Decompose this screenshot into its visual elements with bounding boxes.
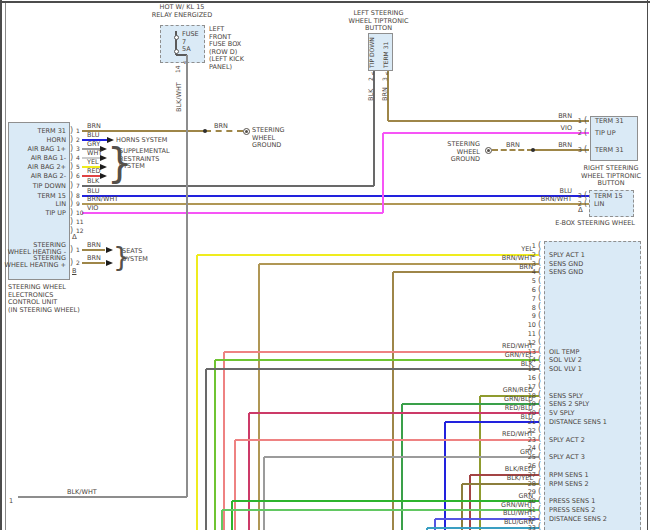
pin-bracket: ( — [538, 250, 541, 258]
wire-label: BLU/WHT — [413, 510, 533, 517]
wire-label: BRN — [452, 113, 572, 120]
pin-bracket: ( — [538, 268, 541, 276]
fuse-label-line1: FUSE — [182, 31, 199, 38]
wire — [18, 496, 187, 498]
pin-bracket: ) — [70, 136, 73, 144]
pin-number: 12 — [76, 228, 84, 234]
wire-label: BLK — [413, 361, 533, 368]
pin-bracket: ( — [584, 117, 587, 125]
left-button-title-line3: BUTTON — [338, 25, 419, 32]
connector-break-icon: ∨ — [183, 60, 187, 65]
wire-label: GRY — [87, 141, 100, 148]
junction-dot-icon — [203, 129, 207, 133]
wire-label: VIO — [452, 125, 572, 132]
pin-bracket: ( — [538, 374, 541, 382]
wire — [205, 130, 243, 132]
wire-label: RED/WHT — [413, 431, 533, 438]
wire-label: BRN — [452, 142, 572, 149]
pin-bracket: ( — [538, 488, 541, 496]
pin-bracket: ) — [70, 259, 73, 267]
terminal-label: SOL VLV 2 — [549, 357, 582, 364]
terminal-label: TERM 31 — [383, 42, 389, 68]
arrow-right-icon — [106, 260, 113, 266]
pin-number: 1 — [76, 128, 80, 134]
wire-label: BLK/RED — [413, 466, 533, 473]
pin-bracket: ) — [70, 145, 73, 153]
terminal-label: 5V SPLY — [549, 410, 574, 417]
pin-bracket: ( — [538, 312, 541, 320]
pin-bracket: ( — [538, 418, 541, 426]
fuse-location-line5: (LEFT KICK — [209, 56, 244, 63]
terminal-label: WHEEL HEATING + — [0, 262, 66, 269]
fuse-label-line3: 5A — [182, 46, 191, 53]
pin-bracket: ( — [538, 286, 541, 294]
wire-label: BLK/YEL — [413, 475, 533, 482]
terminal-label: SPLY ACT 1 — [549, 252, 585, 259]
pin-bracket: ) — [70, 246, 73, 254]
frame-right — [647, 0, 648, 530]
terminal-label: HORN — [0, 137, 66, 144]
pin-bracket: ( — [538, 523, 541, 530]
wire-label: WHT — [87, 150, 102, 157]
wire — [231, 501, 233, 530]
pin-number: 10 — [416, 322, 536, 329]
ground-left-wire-label: BRN — [214, 123, 228, 130]
pin-number: 1 — [76, 247, 80, 253]
pin-bracket: ( — [538, 514, 541, 522]
terminal-label: AIR BAG 1+ — [0, 146, 66, 153]
wire-label: BRN/WHT — [87, 196, 118, 203]
terminal-label: RPM SENS 2 — [549, 481, 589, 488]
pin-number: 6 — [416, 287, 536, 294]
frame-top — [0, 1, 650, 3]
wire-label: YEL — [413, 246, 533, 253]
pin-bracket: ( — [538, 435, 541, 443]
terminal-label: SENS 2 SPLY — [549, 401, 589, 408]
terminal-label: OIL TEMP — [549, 349, 579, 356]
pin-bracket: ( — [538, 470, 541, 478]
wire — [221, 510, 223, 530]
wire — [196, 255, 198, 530]
terminal-label: DISTANCE SENS 1 — [549, 419, 607, 426]
pin-bracket: ( — [538, 321, 541, 329]
pin-bracket: ( — [538, 259, 541, 267]
connector-mark-a: Δ — [72, 234, 77, 242]
terminal-label: TERM 15 — [0, 193, 66, 200]
wire-label: BRN — [87, 123, 101, 130]
pin-number: 3 — [382, 77, 388, 81]
pin-number: 3 — [76, 146, 80, 152]
pin-bracket: ) — [70, 209, 73, 217]
fuse-box-title-line1: HOT W/ KL 15 — [136, 4, 228, 11]
pin-bracket: ( — [584, 129, 587, 137]
pin-bracket: ( — [538, 347, 541, 355]
pin-bracket: ( — [538, 506, 541, 514]
wire — [258, 264, 260, 530]
pin-bracket: ( — [538, 356, 541, 364]
pin-number: 11 — [76, 219, 84, 225]
pin-bracket: ( — [538, 426, 541, 434]
terminal-label: SENS GND — [549, 261, 583, 268]
pin-bracket: ( — [538, 497, 541, 505]
wire-label: GRN/YEL — [413, 352, 533, 359]
terminal-label: AIR BAG 2+ — [0, 164, 66, 171]
terminal-label: SPLY ACT 2 — [549, 437, 585, 444]
pin-bracket: ( — [538, 303, 541, 311]
pin-number: 8 — [76, 193, 80, 199]
control-unit-title-line1: STEERING WHEEL — [8, 284, 66, 291]
wire-label: GRN/WHT — [413, 502, 533, 509]
terminal-label: AIR BAG 2- — [0, 173, 66, 180]
terminal-label: SENS GND — [549, 269, 583, 276]
wire-label: GRN/RED — [413, 387, 533, 394]
terminal-label: PRESS SENS 1 — [549, 498, 595, 505]
pin-number: 8 — [416, 305, 536, 312]
right-button-title-line3: BUTTON — [570, 180, 650, 187]
terminal-label: TIP UP — [0, 210, 66, 217]
control-unit-title-line4: (IN STEERING WHEEL) — [8, 307, 80, 314]
terminal-label: PRESS SENS 2 — [549, 507, 595, 514]
ground-right-label-line3: GROUND — [430, 156, 480, 163]
fuse-terminal-icon — [174, 49, 179, 54]
brace: } — [113, 243, 130, 270]
wire-label: BLU — [87, 132, 100, 139]
terminal-label: SPLY ACT 3 — [549, 454, 585, 461]
fuse-location-line1: LEFT — [209, 26, 224, 33]
pin-number: 2 — [76, 137, 80, 143]
